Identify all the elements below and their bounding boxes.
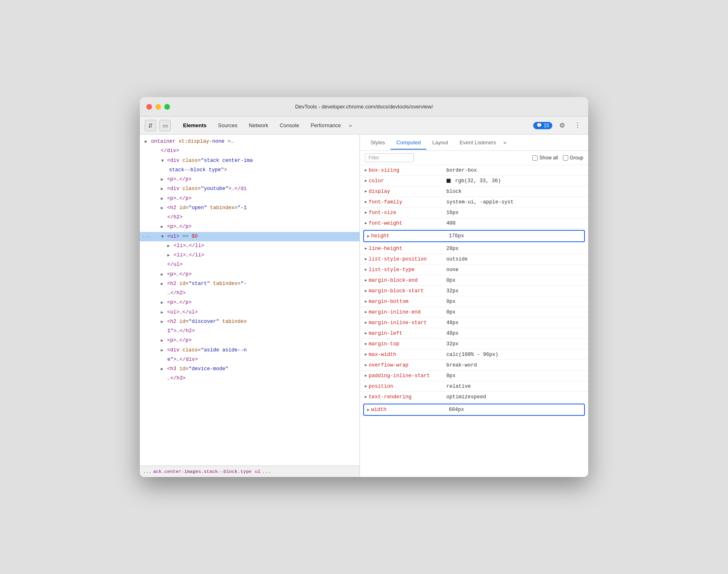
tree-row[interactable]: ▶ <p>…</p> xyxy=(140,194,360,203)
prop-height[interactable]: ▶ height 176px xyxy=(364,231,584,241)
titlebar: DevTools - developer.chrome.com/docs/dev… xyxy=(140,97,588,117)
tree-row[interactable]: 1">…</h2> xyxy=(140,327,360,336)
prop-list-style-position[interactable]: ▶ list-style-position outside xyxy=(360,254,588,265)
tree-row[interactable]: stack--block type"> xyxy=(140,166,360,175)
expand-icon: ▶ xyxy=(367,408,369,412)
elements-panel: ▶ ontainer xt:display-none >… </div> ▶ <… xyxy=(140,135,360,477)
expand-icon: ▶ xyxy=(365,210,367,215)
triangle-icon: ▶ xyxy=(145,138,147,145)
prop-margin-left[interactable]: ▶ margin-left 48px xyxy=(360,328,588,339)
elements-tree[interactable]: ▶ ontainer xt:display-none >… </div> ▶ <… xyxy=(140,135,360,466)
minimize-button[interactable] xyxy=(155,104,161,110)
tree-row[interactable]: ▶ <div class="aside aside--n xyxy=(140,346,360,355)
prop-margin-block-end[interactable]: ▶ margin-block-end 0px xyxy=(360,275,588,286)
prop-display[interactable]: ▶ display block xyxy=(360,186,588,197)
tree-row[interactable]: ▶ <h3 id="device-mode" xyxy=(140,364,360,374)
selected-tree-row[interactable]: ... ▶ <ul> == $0 xyxy=(140,232,360,241)
tab-styles[interactable]: Styles xyxy=(365,136,390,150)
prop-font-weight[interactable]: ▶ font-weight 400 xyxy=(360,218,588,229)
tree-row[interactable]: …</h3> xyxy=(140,374,360,383)
tab-elements[interactable]: Elements xyxy=(177,120,212,131)
tab-layout[interactable]: Layout xyxy=(426,136,454,150)
notifications-badge[interactable]: 💬 15 xyxy=(533,122,552,129)
tabs-more-button[interactable]: » xyxy=(346,121,354,130)
filter-input[interactable] xyxy=(365,153,414,162)
expand-icon: ▶ xyxy=(365,189,367,194)
tree-row[interactable]: ▶ <p>…</p> xyxy=(140,222,360,232)
expand-icon: ▶ xyxy=(365,320,367,325)
prop-max-width[interactable]: ▶ max-width calc(100% - 96px) xyxy=(360,349,588,360)
prop-margin-block-start[interactable]: ▶ margin-block-start 32px xyxy=(360,286,588,296)
tree-row[interactable]: e">…</div> xyxy=(140,355,360,364)
prop-overflow-wrap[interactable]: ▶ overflow-wrap break-word xyxy=(360,360,588,371)
tree-row[interactable]: ▶ <p>…</p> xyxy=(140,336,360,345)
tree-row[interactable]: ▶ <div class="youtube">…</di xyxy=(140,184,360,194)
panel-tabs-more[interactable]: » xyxy=(503,139,506,146)
prop-width[interactable]: ▶ width 604px xyxy=(364,404,584,415)
group-input[interactable] xyxy=(563,155,568,161)
prop-box-sizing[interactable]: ▶ box-sizing border-box xyxy=(360,165,588,176)
close-button[interactable] xyxy=(146,104,152,110)
tab-network[interactable]: Network xyxy=(243,120,274,131)
triangle-icon: ▶ xyxy=(161,176,163,183)
selected-element-tag: ul xyxy=(255,469,260,474)
maximize-button[interactable] xyxy=(164,104,170,110)
prop-line-height[interactable]: ▶ line-height 28px xyxy=(360,243,588,254)
tab-computed[interactable]: Computed xyxy=(390,136,426,150)
main-toolbar: ⇵ ▭ Elements Sources Network Console Per… xyxy=(140,117,588,135)
prop-text-rendering[interactable]: ▶ text-rendering optimizespeed xyxy=(360,392,588,402)
tree-row[interactable]: ▶ ontainer xt:display-none >… xyxy=(140,137,360,146)
triangle-icon: ▶ xyxy=(161,309,163,316)
settings-button[interactable]: ⚙ xyxy=(556,120,568,131)
status-dots-right: ... xyxy=(262,469,271,474)
tree-row[interactable]: ▶ <h2 id="open" tabindex="-1 xyxy=(140,203,360,213)
triangle-icon: ▶ xyxy=(161,223,163,230)
prop-list-style-type[interactable]: ▶ list-style-type none xyxy=(360,265,588,275)
device-tool-button[interactable]: ▭ xyxy=(159,120,171,131)
tree-row[interactable]: ▶ <li>…</li> xyxy=(140,241,360,251)
prop-margin-bottom[interactable]: ▶ margin-bottom 0px xyxy=(360,296,588,307)
prop-color[interactable]: ▶ color rgb(32, 33, 36) xyxy=(360,176,588,186)
prop-font-family[interactable]: ▶ font-family system-ui, -apple-syst xyxy=(360,197,588,208)
expand-icon: ▶ xyxy=(365,278,367,283)
prop-margin-inline-end[interactable]: ▶ margin-inline-end 0px xyxy=(360,307,588,318)
tab-sources[interactable]: Sources xyxy=(212,120,243,131)
tab-console[interactable]: Console xyxy=(274,120,305,131)
tab-event-listeners[interactable]: Event Listeners xyxy=(454,136,502,150)
expand-icon: ▶ xyxy=(365,331,367,336)
expand-icon: ▶ xyxy=(365,289,367,293)
tree-row[interactable]: …</h2> xyxy=(140,289,360,298)
prop-margin-inline-start[interactable]: ▶ margin-inline-start 48px xyxy=(360,318,588,328)
tree-row[interactable]: ▶ <h2 id="start" tabindex="- xyxy=(140,279,360,289)
chat-icon: 💬 xyxy=(536,123,542,128)
prop-height-highlighted[interactable]: ▶ height 176px xyxy=(363,230,585,242)
tree-row[interactable]: </h2> xyxy=(140,213,360,222)
prop-padding-inline-start[interactable]: ▶ padding-inline-start 0px xyxy=(360,371,588,381)
tab-performance[interactable]: Performance xyxy=(305,120,346,131)
prop-width-highlighted[interactable]: ▶ width 604px xyxy=(363,404,585,416)
main-content: ▶ ontainer xt:display-none >… </div> ▶ <… xyxy=(140,135,588,477)
triangle-icon: ▶ xyxy=(168,252,170,259)
cursor-icon: ⇵ xyxy=(148,122,153,129)
tree-row[interactable]: ▶ <h2 id="discover" tabindex xyxy=(140,317,360,327)
prop-position[interactable]: ▶ position relative xyxy=(360,381,588,392)
prop-font-size[interactable]: ▶ font-size 16px xyxy=(360,208,588,218)
tree-row[interactable]: ▶ <p>…</p> xyxy=(140,298,360,307)
tree-row[interactable]: ▶ <ul>…</ul> xyxy=(140,308,360,317)
cursor-tool-button[interactable]: ⇵ xyxy=(145,120,156,131)
tree-row[interactable]: ▶ <li>…</li> xyxy=(140,251,360,260)
show-all-input[interactable] xyxy=(532,155,538,161)
group-checkbox[interactable]: Group xyxy=(563,155,583,161)
tree-row[interactable]: </ul> xyxy=(140,260,360,269)
more-options-button[interactable]: ⋮ xyxy=(572,120,583,131)
traffic-lights xyxy=(146,104,170,110)
tree-row[interactable]: ▶ <div class="stack center-ima xyxy=(140,156,360,166)
prop-margin-top[interactable]: ▶ margin-top 32px xyxy=(360,339,588,349)
show-all-checkbox[interactable]: Show all xyxy=(532,155,558,161)
window-title: DevTools - developer.chrome.com/docs/dev… xyxy=(295,104,433,110)
tree-row[interactable]: </div> xyxy=(140,146,360,156)
tree-row[interactable]: ▶ <p>…</p> xyxy=(140,270,360,279)
filter-bar: Show all Group xyxy=(360,151,588,165)
tree-row[interactable]: ▶ <p>…</p> xyxy=(140,175,360,184)
triangle-icon: ▶ xyxy=(161,271,163,278)
